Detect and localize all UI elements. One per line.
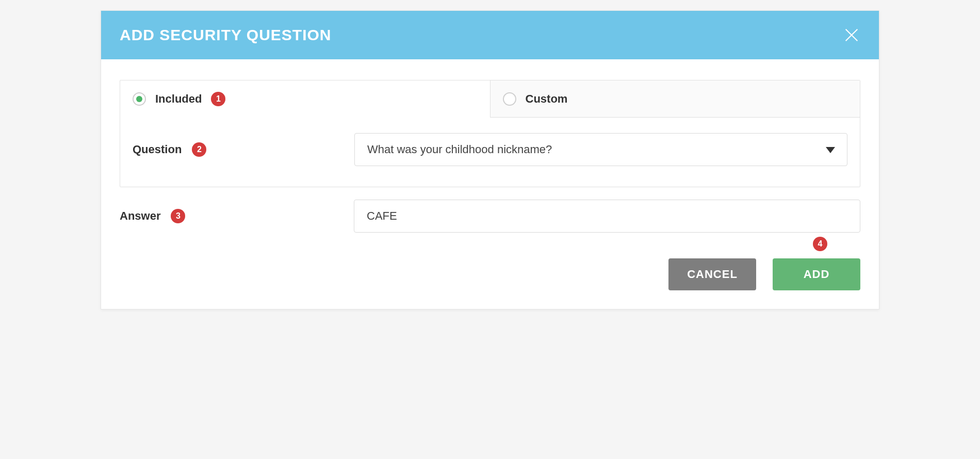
tab-custom[interactable]: Custom bbox=[490, 80, 860, 118]
callout-3: 3 bbox=[171, 209, 185, 223]
question-type-tabs: Included 1 Custom bbox=[120, 80, 860, 118]
chevron-down-icon bbox=[826, 143, 835, 156]
radio-custom[interactable] bbox=[503, 92, 516, 106]
question-label-wrap: Question 2 bbox=[133, 142, 354, 157]
callout-4: 4 bbox=[813, 237, 827, 251]
close-icon bbox=[843, 26, 860, 44]
close-button[interactable] bbox=[843, 26, 860, 44]
modal-title: ADD SECURITY QUESTION bbox=[120, 26, 332, 44]
question-selected-value: What was your childhood nickname? bbox=[367, 143, 552, 156]
modal-body: Included 1 Custom Question 2 What was yo… bbox=[101, 59, 879, 248]
question-select[interactable]: What was your childhood nickname? bbox=[354, 133, 847, 166]
callout-2: 2 bbox=[192, 142, 206, 157]
answer-row: Answer 3 bbox=[120, 187, 860, 238]
tab-included-label: Included bbox=[155, 92, 202, 106]
answer-input[interactable] bbox=[354, 200, 860, 233]
answer-label: Answer bbox=[120, 209, 160, 223]
modal-footer: 4 CANCEL ADD bbox=[101, 248, 879, 309]
question-select-wrap: What was your childhood nickname? bbox=[354, 133, 847, 166]
question-type-card: Included 1 Custom Question 2 What was yo… bbox=[120, 80, 860, 187]
tab-included[interactable]: Included 1 bbox=[120, 80, 490, 118]
answer-label-wrap: Answer 3 bbox=[120, 209, 354, 223]
modal-header: ADD SECURITY QUESTION bbox=[101, 11, 879, 59]
callout-1: 1 bbox=[211, 92, 225, 106]
tab-custom-label: Custom bbox=[526, 92, 568, 106]
add-button[interactable]: ADD bbox=[773, 258, 860, 290]
cancel-button[interactable]: CANCEL bbox=[668, 258, 756, 290]
question-label: Question bbox=[133, 143, 182, 156]
svg-marker-2 bbox=[826, 147, 835, 153]
radio-dot-icon bbox=[136, 96, 142, 102]
callout-4-wrap: 4 bbox=[813, 237, 827, 251]
question-row: Question 2 What was your childhood nickn… bbox=[120, 118, 860, 187]
radio-included[interactable] bbox=[133, 92, 146, 106]
add-security-question-modal: ADD SECURITY QUESTION Included 1 Cus bbox=[101, 10, 879, 309]
